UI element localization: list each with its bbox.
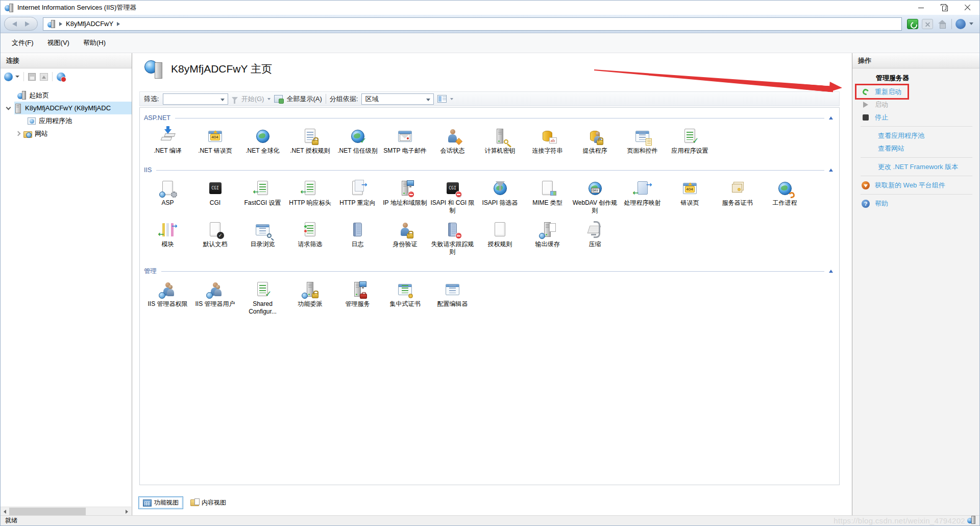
feature-ip-domain-restrictions[interactable]: IP 地址和域限制 [381,179,429,214]
show-all-icon[interactable] [274,95,283,103]
menu-file[interactable]: 文件(F) [12,38,34,47]
feature-isapi-cgi-restrictions[interactable]: CGIISAPI 和 CGI 限制 [429,179,476,214]
feature-configuration-editor[interactable]: 配置编辑器 [429,280,476,316]
action-change-net-framework-version[interactable]: 更改 .NET Framework 版本 [856,160,977,173]
forward-icon[interactable] [25,21,30,27]
feature-feature-delegation[interactable]: 功能委派 [286,280,334,316]
tree-item-server[interactable]: K8yMfjADCFwY (K8yMfjADC [1,102,132,114]
show-all-button[interactable]: 全部显示(A) [286,94,322,104]
home-icon[interactable] [937,19,948,29]
action-restart-server[interactable]: 重新启动 [856,85,908,98]
feature-cgi[interactable]: CGICGI [191,179,239,214]
scroll-left-icon[interactable] [1,507,9,515]
feature-authentication[interactable]: 身份验证 [381,221,429,256]
menu-help[interactable]: 帮助(H) [83,38,106,47]
collapse-section-icon[interactable] [829,169,833,172]
tree-item-app-pools[interactable]: 应用程序池 [1,114,132,127]
feature-server-certificates[interactable]: 服务器证书 [714,179,761,214]
feature-centralized-certificates[interactable]: 集中式证书 [381,280,429,316]
logging-icon [349,221,367,239]
authorization-rules-icon [491,221,509,239]
feature-isapi-filters[interactable]: ISAPI 筛选器 [476,179,524,214]
go-filter-icon[interactable] [232,97,238,101]
feature-asp[interactable]: ASP [144,179,191,214]
feature-output-caching[interactable]: 输出缓存 [524,221,571,256]
feature-net-compilation[interactable]: .NET 编译 [144,127,191,155]
filter-input[interactable] [163,93,228,105]
chevron-down-icon[interactable] [6,105,11,110]
action-view-application-pools[interactable]: 查看应用程序池 [856,129,977,142]
providers-icon [586,127,604,146]
collapse-section-icon[interactable] [829,116,833,119]
breadcrumb-arrow-icon[interactable] [117,22,120,26]
feature-directory-browsing[interactable]: 目录浏览 [239,221,286,256]
window-controls [909,1,979,15]
feature-webdav-authoring-rules[interactable]: DAVWebDAV 创作规则 [571,179,619,214]
create-connection-icon[interactable] [4,73,13,81]
collapse-section-icon[interactable] [829,270,833,273]
feature-pages-and-controls[interactable]: 页面和控件 [619,127,666,155]
view-dropdown-icon[interactable] [450,98,453,100]
action-help[interactable]: 帮助 [856,197,977,210]
feature-modules[interactable]: 模块 [144,221,191,256]
feature-shared-configuration[interactable]: Shared Configur... [239,280,286,316]
feature-management-service[interactable]: 管理服务 [334,280,381,316]
feature-net-trust-levels[interactable]: .NET 信任级别 [334,127,381,155]
feature-default-document[interactable]: 默认文档 [191,221,239,256]
refresh-icon[interactable] [907,19,918,29]
tree-item-start-page[interactable]: 起始页 [1,89,132,102]
feature-request-filtering[interactable]: 请求筛选 [286,221,334,256]
feature-net-globalization[interactable]: .NET 全球化 [239,127,286,155]
help-dropdown-icon[interactable] [969,22,973,25]
tree-item-sites[interactable]: 网站 [1,127,132,140]
horizontal-scrollbar[interactable] [1,507,131,515]
feature-providers[interactable]: 提供程序 [571,127,619,155]
feature-http-redirect[interactable]: HTTP 重定向 [334,179,381,214]
go-dropdown-icon[interactable] [267,98,271,100]
address-box[interactable]: K8yMfjADCFwY [43,17,902,31]
minimize-button[interactable] [909,1,933,15]
feature-net-authorization-rules[interactable]: .NET 授权规则 [286,127,334,155]
feature-error-pages[interactable]: 404错误页 [666,179,714,214]
restore-button[interactable] [933,1,956,15]
feature-authorization-rules[interactable]: 授权规则 [476,221,524,256]
go-button[interactable]: 开始(G) [241,94,264,104]
feature-connection-strings[interactable]: ab连接字符串 [524,127,571,155]
action-stop-server[interactable]: 停止 [856,111,977,124]
breadcrumb[interactable]: K8yMfjADCFwY [66,20,113,28]
menu-view[interactable]: 视图(V) [47,38,69,47]
group-by-select[interactable]: 区域 [361,93,434,105]
feature-handler-mappings[interactable]: 处理程序映射 [619,179,666,214]
action-get-new-web-platform-components[interactable]: 获取新的 Web 平台组件 [856,179,977,192]
feature-logging[interactable]: 日志 [334,221,381,256]
feature-iis-manager-users[interactable]: IIS 管理器用户 [191,280,239,316]
back-icon[interactable] [12,21,17,27]
menu-bar: 文件(F) 视图(V) 帮助(H) [1,33,979,53]
feature-machine-key[interactable]: 计算机密钥 [476,127,524,155]
feature-http-response-headers[interactable]: HTTP 响应标头 [286,179,334,214]
feature-compression[interactable]: 压缩 [571,221,619,256]
feature-smtp-email[interactable]: SMTP 电子邮件 [381,127,429,155]
action-view-sites[interactable]: 查看网站 [856,142,977,155]
feature-net-error-pages[interactable]: 404.NET 错误页 [191,127,239,155]
feature-fastcgi-settings[interactable]: FastCGI 设置 [239,179,286,214]
management-service-icon [349,280,367,299]
feature-session-state[interactable]: 会话状态 [429,127,476,155]
chevron-right-icon[interactable] [16,131,21,136]
view-选择-icon[interactable] [437,95,447,103]
feature-iis-manager-permissions[interactable]: IIS 管理器权限 [144,280,191,316]
scrollbar-thumb[interactable] [9,508,86,515]
tab-content-view[interactable]: 内容视图 [186,496,231,509]
feature-mime-types[interactable]: MIME 类型 [524,179,571,214]
breadcrumb-arrow-icon[interactable] [59,22,62,26]
scroll-right-icon[interactable] [122,507,131,515]
close-button[interactable] [956,1,979,15]
create-connection-dropdown-icon[interactable] [15,76,19,78]
tab-features-view[interactable]: 功能视图 [138,496,183,509]
help-icon[interactable] [955,19,966,29]
feature-failed-request-tracing[interactable]: 失败请求跟踪规则 [429,221,476,256]
feature-application-settings[interactable]: 应用程序设置 [666,127,714,155]
delete-connection-icon[interactable] [57,73,65,81]
feature-label: 服务器证书 [722,199,753,207]
feature-worker-processes[interactable]: 工作进程 [761,179,808,214]
